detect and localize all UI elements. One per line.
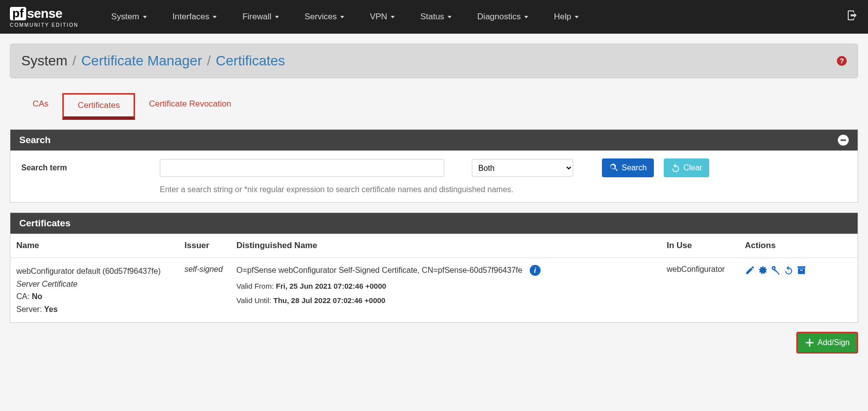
- th-name: Name: [10, 234, 179, 258]
- export-cert-icon[interactable]: [758, 265, 768, 275]
- caret-icon: [391, 16, 395, 18]
- add-sign-button[interactable]: Add/Sign: [796, 332, 858, 354]
- search-button[interactable]: Search: [602, 158, 654, 177]
- cert-name: webConfigurator default (60d57f96437fe): [16, 265, 173, 278]
- certificates-panel: Certificates Name Issuer Distinguished N…: [10, 212, 858, 323]
- th-dn: Distinguished Name: [230, 234, 661, 258]
- nav-items: System Interfaces Firewall Services VPN …: [98, 7, 846, 27]
- breadcrumb-leaf[interactable]: Certificates: [216, 53, 285, 69]
- search-panel: Search Search term Both Search Clear Ent: [10, 129, 858, 203]
- cert-inuse: webConfigurator: [661, 258, 739, 323]
- logo-sense: sense: [27, 6, 62, 21]
- page-header: System / Certificate Manager / Certifica…: [10, 44, 858, 78]
- nav-system[interactable]: System: [98, 7, 160, 27]
- logo[interactable]: pf sense COMMUNITY EDITION: [10, 6, 79, 28]
- clear-button[interactable]: Clear: [664, 158, 709, 177]
- cert-issuer: self-signed: [179, 258, 230, 323]
- nav-status[interactable]: Status: [408, 7, 464, 27]
- collapse-icon[interactable]: [838, 135, 849, 146]
- caret-icon: [143, 16, 147, 18]
- table-row: webConfigurator default (60d57f96437fe) …: [10, 258, 858, 323]
- nav-vpn[interactable]: VPN: [357, 7, 408, 27]
- logout-icon[interactable]: [846, 9, 858, 24]
- cert-type: Server Certificate: [16, 278, 173, 291]
- certificates-panel-title: Certificates: [19, 218, 71, 229]
- search-panel-heading: Search: [10, 130, 858, 151]
- info-icon[interactable]: i: [530, 265, 541, 276]
- breadcrumb: System / Certificate Manager / Certifica…: [21, 53, 285, 69]
- logo-pf: pf: [10, 7, 26, 20]
- certificates-table: Name Issuer Distinguished Name In Use Ac…: [10, 234, 858, 322]
- action-icons: [745, 265, 852, 275]
- tab-revocation[interactable]: Certificate Revocation: [135, 93, 245, 120]
- breadcrumb-sep: /: [72, 53, 76, 69]
- breadcrumb-mid[interactable]: Certificate Manager: [81, 53, 202, 69]
- cert-dn: O=pfSense webConfigurator Self-Signed Ce…: [236, 266, 522, 274]
- help-icon[interactable]: ?: [837, 56, 847, 66]
- search-label: Search term: [21, 163, 150, 172]
- search-help-text: Enter a search string or *nix regular ex…: [160, 185, 847, 194]
- caret-icon: [275, 16, 279, 18]
- nav-help[interactable]: Help: [541, 7, 592, 27]
- caret-icon: [340, 16, 344, 18]
- export-key-icon[interactable]: [771, 265, 781, 275]
- nav-interfaces[interactable]: Interfaces: [160, 7, 230, 27]
- caret-icon: [213, 16, 217, 18]
- navbar: pf sense COMMUNITY EDITION System Interf…: [0, 0, 868, 34]
- breadcrumb-sep: /: [207, 53, 211, 69]
- search-input[interactable]: [160, 159, 444, 177]
- search-scope-select[interactable]: Both: [472, 159, 573, 177]
- th-actions: Actions: [739, 234, 858, 258]
- search-panel-title: Search: [19, 135, 50, 146]
- logo-edition: COMMUNITY EDITION: [10, 22, 79, 28]
- archive-icon[interactable]: [796, 265, 807, 275]
- caret-icon: [448, 16, 452, 18]
- nav-firewall[interactable]: Firewall: [229, 7, 292, 27]
- caret-icon: [575, 16, 579, 18]
- certificates-panel-heading: Certificates: [10, 213, 858, 234]
- th-issuer: Issuer: [179, 234, 230, 258]
- tab-cas[interactable]: CAs: [19, 93, 62, 120]
- page: System / Certificate Manager / Certifica…: [0, 34, 868, 363]
- nav-diagnostics[interactable]: Diagnostics: [464, 7, 541, 27]
- plus-icon: [805, 338, 815, 348]
- renew-icon[interactable]: [783, 265, 794, 275]
- search-icon: [609, 163, 619, 173]
- edit-icon[interactable]: [745, 265, 755, 275]
- th-inuse: In Use: [661, 234, 739, 258]
- breadcrumb-root[interactable]: System: [21, 53, 67, 69]
- nav-services[interactable]: Services: [292, 7, 357, 27]
- footer-actions: Add/Sign: [10, 332, 858, 354]
- undo-icon: [671, 163, 681, 173]
- tabs: CAs Certificates Certificate Revocation: [10, 93, 858, 119]
- caret-icon: [524, 16, 528, 18]
- tab-certificates[interactable]: Certificates: [62, 93, 135, 120]
